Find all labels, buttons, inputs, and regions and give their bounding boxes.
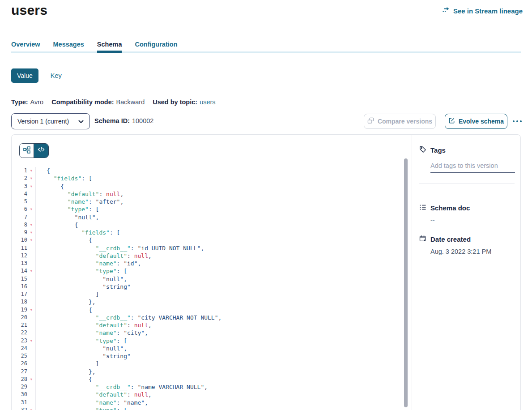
code-text: "default": null,	[36, 252, 152, 260]
line-number: 24	[12, 345, 27, 352]
fold-arrow-icon[interactable]: ▾	[27, 406, 35, 410]
code-view-icon	[38, 146, 45, 155]
code-line: 15 "null",	[12, 275, 412, 283]
gutter: 12	[12, 252, 36, 260]
line-number: 18	[12, 298, 27, 306]
line-number: 9	[12, 229, 27, 236]
more-options-button[interactable]	[513, 114, 522, 129]
line-number: 27	[12, 368, 27, 376]
code-line: 12 "default": null,	[12, 252, 412, 260]
code-line: 17 ]	[12, 290, 412, 298]
code-text: "__crdb__": "name VARCHAR NULL",	[36, 383, 208, 391]
line-number: 13	[12, 260, 27, 267]
value-tab-button[interactable]: Value	[11, 68, 38, 83]
fold-arrow-icon[interactable]: ▾	[27, 205, 35, 213]
compare-versions-button[interactable]: Compare versions	[364, 114, 436, 129]
fold-arrow-icon[interactable]: ▾	[27, 306, 35, 314]
line-number: 6	[12, 205, 27, 213]
line-number: 17	[12, 290, 27, 298]
line-number: 23	[12, 337, 27, 345]
edit-icon	[448, 117, 455, 125]
code-text: "name": "after",	[36, 198, 123, 205]
type-value: Avro	[30, 98, 44, 106]
tab-overview[interactable]: Overview	[11, 41, 40, 53]
code-line: 22 "name": "city",	[12, 329, 412, 337]
calendar-plus-icon	[419, 235, 426, 243]
fold-arrow-icon[interactable]: ▾	[27, 183, 35, 190]
line-number: 10	[12, 236, 27, 244]
gutter: 29	[12, 383, 36, 391]
tab-configuration[interactable]: Configuration	[135, 41, 177, 53]
code-text: "default": null,	[36, 190, 123, 198]
schema-doc-section-header: Schema doc	[419, 204, 514, 212]
code-line: 24 "null",	[12, 345, 412, 352]
editor-view-toggle	[19, 143, 49, 158]
code-line: 23▾ "type": [	[12, 337, 412, 345]
fold-arrow-icon[interactable]: ▾	[27, 229, 35, 236]
tab-messages[interactable]: Messages	[53, 41, 84, 53]
fold-arrow-icon[interactable]: ▾	[27, 167, 35, 175]
compatibility-label: Compatibility mode:	[51, 98, 114, 106]
line-number: 15	[12, 275, 27, 283]
code-line: 5 "name": "after",	[12, 198, 412, 205]
code-text: ]	[36, 290, 99, 298]
line-number: 8	[12, 221, 27, 229]
fold-arrow-icon[interactable]: ▾	[27, 376, 35, 383]
code-line: 27 },	[12, 368, 412, 376]
line-number: 3	[12, 183, 27, 190]
gutter: 30	[12, 391, 36, 398]
code-text: {	[36, 376, 92, 383]
code-text: },	[36, 298, 96, 306]
date-created-title: Date created	[430, 235, 471, 243]
gutter: 5	[12, 198, 36, 205]
evolve-schema-button[interactable]: Evolve schema	[445, 114, 507, 129]
gutter: 7	[12, 214, 36, 221]
code-text: {	[36, 221, 78, 229]
code-text: {	[36, 167, 50, 175]
code-view-button[interactable]	[34, 144, 48, 158]
key-tab-link[interactable]: Key	[51, 72, 62, 79]
code-text: {	[36, 236, 92, 244]
line-number: 28	[12, 376, 27, 383]
code-text: "default": null,	[36, 321, 152, 329]
code-text: "string"	[36, 283, 131, 290]
code-text: "type": [	[36, 205, 99, 213]
topic-link[interactable]: users	[200, 98, 215, 106]
stream-lineage-link[interactable]: See in Stream lineage	[443, 7, 523, 15]
gutter: 16	[12, 283, 36, 290]
line-number: 22	[12, 329, 27, 337]
gutter: 18	[12, 298, 36, 306]
code-text: "default": null,	[36, 391, 152, 398]
tags-input[interactable]	[430, 162, 515, 173]
code-line: 28▾ {	[12, 376, 412, 383]
schema-sidebar: Tags Schema doc --	[412, 135, 520, 410]
fold-arrow-icon[interactable]: ▾	[27, 221, 35, 229]
gutter: 1▾	[12, 167, 36, 175]
tags-title: Tags	[430, 146, 446, 154]
tree-view-button[interactable]	[20, 144, 34, 158]
code-line: 32▾ "type": [	[12, 406, 412, 410]
fold-arrow-icon[interactable]: ▾	[27, 267, 35, 275]
line-number: 11	[12, 244, 27, 252]
code-line: 18 },	[12, 298, 412, 306]
code-text: },	[36, 368, 96, 376]
fold-arrow-icon[interactable]: ▾	[27, 175, 35, 182]
fold-arrow-icon[interactable]: ▾	[27, 236, 35, 244]
gutter: 14▾	[12, 267, 36, 275]
tab-bar: OverviewMessagesSchemaConfiguration	[11, 41, 178, 53]
line-number: 7	[12, 214, 27, 221]
code-text: ]	[36, 360, 99, 367]
editor-scrollbar-thumb[interactable]	[404, 158, 408, 407]
line-number: 26	[12, 360, 27, 367]
compatibility-value: Backward	[116, 98, 145, 106]
code-line: 31 "name": "name",	[12, 399, 412, 406]
code-line: 29 "__crdb__": "name VARCHAR NULL",	[12, 383, 412, 391]
gutter: 6▾	[12, 205, 36, 213]
chevron-down-icon	[78, 118, 84, 125]
stream-lineage-icon	[443, 7, 450, 15]
gutter: 9▾	[12, 229, 36, 236]
fold-arrow-icon[interactable]: ▾	[27, 337, 35, 345]
list-icon	[419, 204, 426, 212]
version-select[interactable]: Version 1 (current)	[11, 113, 90, 129]
tab-schema[interactable]: Schema	[97, 41, 122, 53]
